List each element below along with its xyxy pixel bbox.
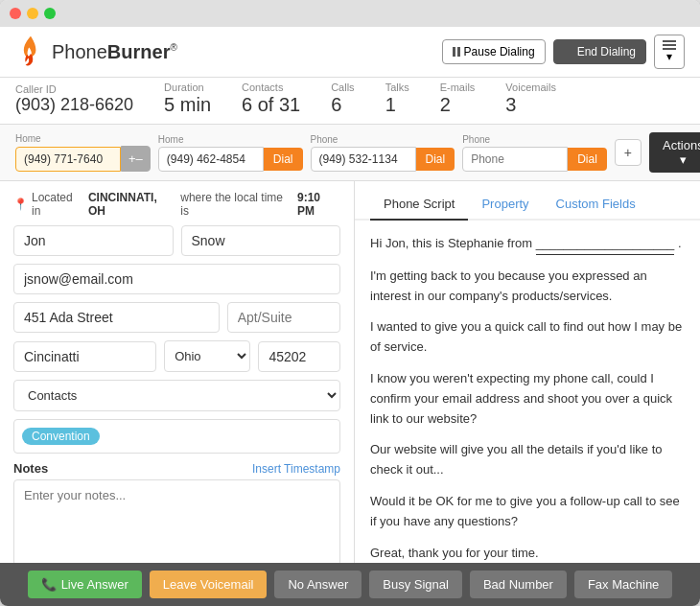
caller-id-value: (903) 218-6620 xyxy=(15,95,133,116)
emails-stat: E-mails 2 xyxy=(440,82,476,116)
phone-row: Home +– Home Dial Phone Dial Phone xyxy=(0,125,700,181)
actions-button[interactable]: Actions ▾ xyxy=(649,132,700,173)
phone-group-4: Phone Dial xyxy=(462,134,607,172)
location-line: 📍 Located in CINCINNATI, OH where the lo… xyxy=(13,191,340,218)
no-answer-button[interactable]: No Answer xyxy=(274,571,362,598)
phone-label-2: Home xyxy=(158,134,303,145)
contacts-value: 6 of 31 xyxy=(242,93,300,116)
duration-stat: Duration 5 min xyxy=(164,82,211,116)
logo-area: PhoneBurner® xyxy=(15,35,177,69)
duration-label: Duration xyxy=(164,82,211,93)
talks-stat: Talks 1 xyxy=(385,82,409,116)
address-row xyxy=(13,302,340,333)
leave-voicemail-button[interactable]: Leave Voicemail xyxy=(150,571,268,598)
pause-icon xyxy=(453,47,460,57)
talks-label: Talks xyxy=(385,82,409,93)
tab-phone-script[interactable]: Phone Script xyxy=(370,189,468,221)
dial-button-3[interactable]: Dial xyxy=(416,148,455,171)
notes-textarea[interactable] xyxy=(13,479,340,563)
script-line-7: Great, thank you for your time. xyxy=(370,544,685,563)
script-content: Hi Jon, this is Stephanie from _________… xyxy=(355,221,700,563)
stop-icon xyxy=(564,47,573,57)
phone-label-1: Home xyxy=(15,133,151,144)
header-actions: Pause Dialing End Dialing ▾ xyxy=(442,35,685,69)
phone-label-3: Phone xyxy=(311,134,455,145)
tab-custom-fields[interactable]: Custom Fields xyxy=(543,189,649,221)
flame-icon xyxy=(15,35,46,69)
duration-value: 5 min xyxy=(164,93,211,116)
app-window: PhoneBurner® Pause Dialing End Dialing xyxy=(0,0,700,606)
city-state-text: CINCINNATI, OH xyxy=(88,191,176,218)
main-content: 📍 Located in CINCINNATI, OH where the lo… xyxy=(0,181,700,563)
talks-value: 1 xyxy=(385,93,409,116)
stats-bar: Caller ID (903) 218-6620 Duration 5 min … xyxy=(0,78,700,125)
list-group-select[interactable]: Contacts xyxy=(13,380,340,411)
right-panel: Phone Script Property Custom Fields Hi J… xyxy=(355,181,700,563)
add-phone-plus-button[interactable]: + xyxy=(615,139,642,166)
last-name-input[interactable] xyxy=(181,225,341,256)
voicemails-label: Voicemails xyxy=(505,82,556,93)
phone-input-row-4: Dial xyxy=(462,147,607,172)
tabs-row: Phone Script Property Custom Fields xyxy=(355,181,700,221)
address-input[interactable] xyxy=(13,302,220,333)
state-select[interactable]: AlabamaAlaskaArizonaArkansasCaliforniaCo… xyxy=(164,340,250,372)
add-phone-button[interactable]: +– xyxy=(121,146,151,172)
hamburger-icon xyxy=(663,40,676,50)
first-name-input[interactable] xyxy=(13,225,174,256)
caller-id-label: Caller ID xyxy=(15,83,133,95)
voicemails-stat: Voicemails 3 xyxy=(505,82,556,116)
apt-input[interactable] xyxy=(227,302,340,333)
close-button[interactable] xyxy=(10,8,21,19)
script-blank: ____________________ xyxy=(536,234,675,255)
phone-input-3[interactable] xyxy=(311,147,416,172)
maximize-button[interactable] xyxy=(44,8,56,19)
live-answer-button[interactable]: 📞 Live Answer xyxy=(28,571,142,598)
local-time-text: 9:10 PM xyxy=(297,191,340,218)
dial-button-4[interactable]: Dial xyxy=(568,148,607,171)
end-dialing-button[interactable]: End Dialing xyxy=(553,39,646,64)
city-state-row: AlabamaAlaskaArizonaArkansasCaliforniaCo… xyxy=(13,340,340,372)
emails-label: E-mails xyxy=(440,82,476,93)
tag-convention: Convention xyxy=(22,428,100,445)
busy-signal-button[interactable]: Busy Signal xyxy=(369,571,462,598)
notes-header: Notes Insert Timestamp xyxy=(13,461,340,476)
pause-dialing-button[interactable]: Pause Dialing xyxy=(442,39,546,64)
insert-timestamp-button[interactable]: Insert Timestamp xyxy=(252,462,340,476)
menu-button[interactable]: ▾ xyxy=(654,35,685,69)
emails-value: 2 xyxy=(440,93,476,116)
contacts-label: Contacts xyxy=(242,82,300,93)
script-line-3: I wanted to give you a quick call to fin… xyxy=(370,317,685,358)
phone-input-row-2: Dial xyxy=(158,147,303,172)
dial-button-2[interactable]: Dial xyxy=(264,148,303,171)
location-pin-icon: 📍 xyxy=(13,198,28,211)
phone-group-1: Home +– xyxy=(15,133,151,172)
minimize-button[interactable] xyxy=(27,8,38,19)
script-line-1: Hi Jon, this is Stephanie from _________… xyxy=(370,234,685,255)
phone-group-3: Phone Dial xyxy=(311,134,455,172)
logo-text: PhoneBurner® xyxy=(52,41,177,63)
calls-stat: Calls 6 xyxy=(331,82,354,116)
header: PhoneBurner® Pause Dialing End Dialing xyxy=(0,27,700,78)
fax-machine-button[interactable]: Fax Machine xyxy=(574,571,672,598)
notes-section: Notes Insert Timestamp xyxy=(13,461,340,563)
phone-input-row-1: +– xyxy=(15,146,151,172)
email-input[interactable] xyxy=(13,264,340,294)
bottom-bar: 📞 Live Answer Leave Voicemail No Answer … xyxy=(0,563,700,606)
left-panel: 📍 Located in CINCINNATI, OH where the lo… xyxy=(0,181,355,563)
script-line-4: I know you weren't expecting my phone ca… xyxy=(370,369,685,429)
tag-area: Convention xyxy=(13,419,340,454)
name-row xyxy=(13,225,340,256)
tab-property[interactable]: Property xyxy=(468,189,542,221)
zip-input[interactable] xyxy=(258,341,340,372)
phone-input-4[interactable] xyxy=(462,147,568,172)
contacts-stat: Contacts 6 of 31 xyxy=(242,82,300,116)
phone-input-row-3: Dial xyxy=(311,147,455,172)
phone-input-2[interactable] xyxy=(158,147,264,172)
phone-icon: 📞 xyxy=(41,577,57,592)
phone-input-1[interactable] xyxy=(15,147,121,172)
bad-number-button[interactable]: Bad Number xyxy=(470,571,567,598)
title-bar xyxy=(0,0,700,27)
phone-group-2: Home Dial xyxy=(158,134,303,172)
voicemails-value: 3 xyxy=(505,93,556,116)
city-input[interactable] xyxy=(13,341,156,372)
